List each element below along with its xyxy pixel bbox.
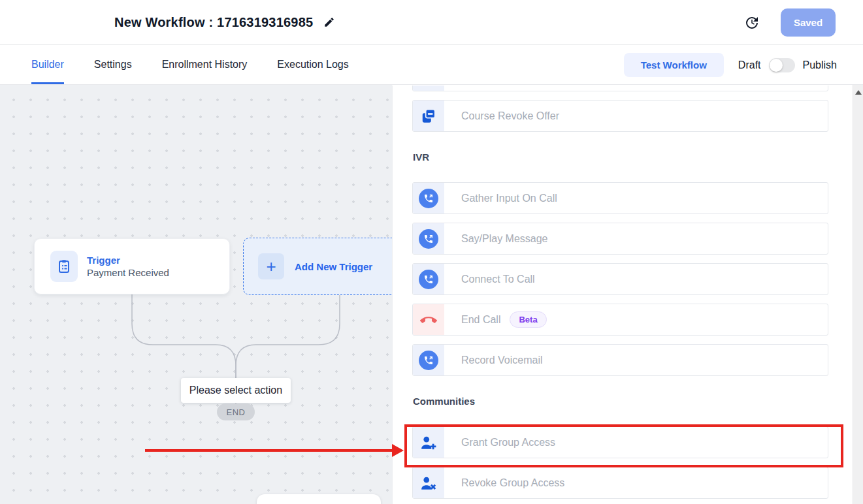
workflow-title: New Workflow : 1716319316985 <box>114 15 313 30</box>
trigger-icon-box <box>50 251 78 282</box>
section-header-communities: Communities <box>413 396 828 407</box>
test-workflow-button[interactable]: Test Workflow <box>624 53 724 77</box>
action-item-course-revoke-offer[interactable]: Course Revoke Offer <box>412 100 828 132</box>
phone-outbound-icon <box>419 351 438 370</box>
action-item-grant-group-access[interactable]: Grant Group Access <box>412 426 828 458</box>
version-history-button[interactable] <box>744 15 760 31</box>
action-item-end-call[interactable]: End Call Beta <box>412 304 828 336</box>
beta-badge: Beta <box>510 311 546 328</box>
action-item-label: Say/Play Message <box>461 233 548 245</box>
icon-strip <box>413 427 444 458</box>
publish-label: Publish <box>803 59 837 71</box>
tab-enrollment-history[interactable]: Enrollment History <box>162 45 248 84</box>
action-item-label: Course Revoke Offer <box>461 110 559 122</box>
icon-strip <box>413 264 444 294</box>
trigger-node-subtitle: Payment Received <box>87 267 169 278</box>
action-item-label: End Call <box>461 314 500 326</box>
end-call-icon <box>420 311 437 328</box>
user-x-icon <box>420 475 437 492</box>
tab-execution-logs[interactable]: Execution Logs <box>277 45 348 84</box>
saved-button[interactable]: Saved <box>781 8 836 37</box>
icon-strip <box>413 86 444 91</box>
trigger-node-title: Trigger <box>87 255 169 266</box>
plus-icon: + <box>258 253 284 279</box>
action-item-connect-to-call[interactable]: Connect To Call <box>412 263 828 295</box>
icon-strip <box>413 183 444 213</box>
action-item-record-voicemail[interactable]: Record Voicemail <box>412 344 828 376</box>
action-item-revoke-group-access[interactable]: Revoke Group Access <box>412 467 828 499</box>
history-clock-icon <box>744 15 760 31</box>
phone-outbound-icon <box>419 270 438 289</box>
tab-bar: Builder Settings Enrollment History Exec… <box>0 45 863 85</box>
select-action-prompt[interactable]: Please select action <box>181 378 291 403</box>
icon-strip <box>413 345 444 375</box>
publish-toggle[interactable] <box>769 58 795 72</box>
action-item-partial[interactable] <box>412 86 828 91</box>
toggle-knob <box>770 59 783 72</box>
draft-label: Draft <box>738 59 761 71</box>
tab-settings[interactable]: Settings <box>94 45 132 84</box>
trigger-node[interactable]: Trigger Payment Received <box>34 238 230 294</box>
scroll-up-arrow-icon[interactable] <box>855 90 862 95</box>
icon-strip <box>413 304 444 335</box>
action-item-label: Grant Group Access <box>461 437 555 449</box>
action-item-gather-input-on-call[interactable]: Gather Input On Call <box>412 182 828 214</box>
add-new-trigger-button[interactable]: + Add New Trigger <box>243 238 392 295</box>
icon-strip <box>413 101 444 131</box>
phone-outbound-icon <box>419 189 438 208</box>
pencil-icon <box>323 16 335 28</box>
action-item-label: Gather Input On Call <box>461 193 557 204</box>
clipboard-icon <box>56 259 72 274</box>
end-node: END <box>217 403 255 420</box>
actions-panel: Course Revoke Offer IVR Gather Input On … <box>392 86 853 504</box>
section-header-ivr: IVR <box>413 151 828 163</box>
action-item-label: Connect To Call <box>461 274 535 285</box>
action-item-label: Revoke Group Access <box>461 477 564 489</box>
phone-outbound-icon <box>419 229 438 249</box>
icon-strip <box>413 223 444 254</box>
action-item-label: Record Voicemail <box>461 354 543 366</box>
user-plus-icon <box>420 434 437 451</box>
course-revoke-offer-icon <box>420 108 437 125</box>
add-new-trigger-label: Add New Trigger <box>295 261 372 272</box>
partial-node-card <box>257 494 381 504</box>
edit-title-button[interactable] <box>323 15 338 29</box>
workflow-canvas[interactable]: Trigger Payment Received + Add New Trigg… <box>0 85 392 504</box>
icon-strip <box>413 467 444 498</box>
tab-builder[interactable]: Builder <box>31 45 64 84</box>
action-item-say-play-message[interactable]: Say/Play Message <box>412 223 828 255</box>
panel-scrollbar[interactable] <box>853 85 863 504</box>
top-header: New Workflow : 1716319316985 Saved <box>0 0 863 45</box>
